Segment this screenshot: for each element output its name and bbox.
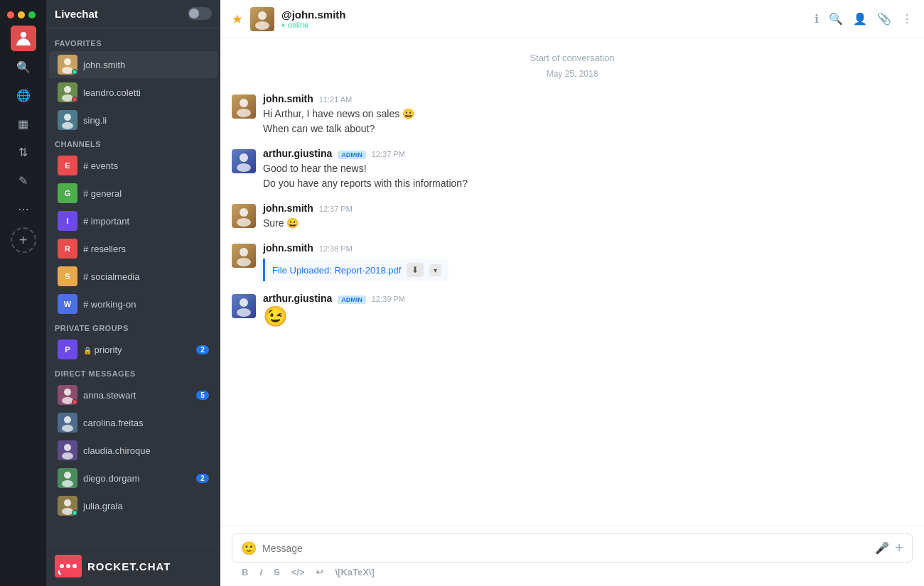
download-button[interactable]: ⬇: [407, 263, 424, 277]
sidebar-item-john-smith[interactable]: john.smith: [49, 51, 217, 78]
edit-icon[interactable]: ✎: [11, 168, 36, 193]
sidebar-item-working-on[interactable]: W # working-on: [49, 291, 217, 318]
header-user-info: @john.smith online: [281, 9, 807, 29]
sidebar-item-general[interactable]: G # general: [49, 180, 217, 207]
msg-time-4: 12:38 PM: [319, 244, 353, 253]
format-link-button[interactable]: ↩: [316, 567, 323, 577]
item-label-john-smith: john.smith: [83, 60, 209, 70]
file-dropdown-button[interactable]: ▾: [429, 264, 441, 276]
more-options-icon[interactable]: ⋯: [11, 196, 36, 222]
status-online-julia: [72, 510, 77, 516]
svg-point-39: [237, 258, 251, 266]
chat-messages: Start of conversation May 25, 2018 john.…: [220, 38, 924, 526]
msg-author-4: john.smith: [263, 242, 313, 254]
sidebar-item-claudia-chiroque[interactable]: claudia.chiroque: [49, 437, 217, 464]
favorites-label: Favorites: [46, 33, 220, 50]
info-icon[interactable]: ℹ: [815, 12, 819, 26]
avatar-working-on: W: [58, 294, 77, 314]
item-label-important: # important: [83, 216, 209, 227]
header-actions: ℹ 🔍 👤 📎 ⋮: [815, 12, 913, 26]
minimize-dot[interactable]: [18, 11, 25, 18]
msg-text-1: Hi Arthur, I have news on sales 😀: [263, 107, 913, 121]
avatar-carolina-freitas: [58, 413, 77, 433]
workspace-avatar[interactable]: [11, 26, 36, 51]
format-italic-button[interactable]: i: [259, 567, 262, 577]
sort-icon[interactable]: ⇅: [11, 139, 36, 165]
channels-label: Channels: [46, 134, 220, 151]
sidebar-footer: ROCKET.CHAT: [46, 546, 220, 586]
format-katex-button[interactable]: \[KaTeX\]: [335, 567, 374, 577]
sidebar-item-events[interactable]: E # events: [49, 152, 217, 179]
emoji-wink: 😉: [263, 307, 913, 327]
file-upload-box: File Uploaded: Report-2018.pdf ⬇ ▾: [263, 259, 448, 281]
sidebar-item-julia-grala[interactable]: julia.grala: [49, 492, 217, 519]
item-label-claudia-chiroque: claudia.chiroque: [83, 445, 209, 456]
globe-icon[interactable]: 🌐: [11, 82, 36, 108]
svg-point-22: [62, 480, 73, 487]
format-strikethrough-button[interactable]: S: [274, 567, 280, 577]
message-input-box: 🙂 🎤 +: [232, 533, 913, 563]
msg-author-3: john.smith: [263, 202, 313, 214]
msg-text-2b: Do you have any reports with this inform…: [263, 176, 913, 191]
search-icon[interactable]: 🔍: [11, 54, 36, 80]
header-avatar: [250, 7, 274, 31]
svg-point-21: [64, 472, 71, 479]
msg-content-4: john.smith 12:38 PM File Uploaded: Repor…: [263, 242, 913, 281]
file-link[interactable]: File Uploaded: Report-2018.pdf: [272, 265, 401, 276]
lock-icon: 🔒: [83, 347, 92, 354]
add-workspace-button[interactable]: +: [11, 227, 36, 253]
item-label-events: # events: [83, 161, 209, 171]
add-attachment-button[interactable]: +: [895, 540, 903, 556]
attach-icon[interactable]: 📎: [877, 12, 891, 26]
msg-header-5: arthur.giustina Admin 12:39 PM: [263, 293, 913, 304]
avatar-claudia-chiroque: [58, 440, 77, 460]
status-busy-anna: [72, 399, 77, 405]
sidebar-item-resellers[interactable]: R # resellers: [49, 235, 217, 262]
chat-main: ★ @john.smith online ℹ 🔍 👤 📎 ⋮ Start of …: [220, 0, 924, 586]
message-group-5: arthur.giustina Admin 12:39 PM 😉: [232, 293, 913, 327]
format-bold-button[interactable]: B: [242, 567, 248, 577]
svg-point-28: [66, 564, 70, 568]
livechat-toggle[interactable]: [188, 7, 212, 20]
search-chat-icon[interactable]: 🔍: [829, 12, 843, 26]
item-label-carolina-freitas: carolina.freitas: [83, 418, 209, 428]
close-dot[interactable]: [7, 11, 14, 18]
sidebar-item-sing-li[interactable]: sing.li: [49, 107, 217, 134]
svg-point-18: [64, 444, 71, 451]
mic-button[interactable]: 🎤: [875, 541, 889, 555]
conversation-start: Start of conversation: [232, 53, 913, 63]
sidebar-item-priority[interactable]: P 🔒 priority 2: [49, 336, 217, 363]
avatar-events: E: [58, 156, 77, 175]
svg-point-33: [237, 109, 251, 117]
header-avatar-inner: [250, 7, 274, 31]
svg-point-12: [64, 389, 71, 396]
avatar-resellers: R: [58, 239, 77, 259]
msg-text-1b: When can we talk about?: [263, 121, 913, 136]
svg-point-9: [64, 114, 71, 121]
message-input[interactable]: [262, 543, 869, 554]
maximize-dot[interactable]: [28, 11, 36, 18]
item-label-leandro-coletti: leandro.coletti: [83, 87, 209, 98]
avatar-priority: P: [58, 340, 77, 359]
chat-more-icon[interactable]: ⋮: [901, 12, 913, 26]
sidebar-item-leandro-coletti[interactable]: leandro.coletti: [49, 79, 217, 106]
layout-icon[interactable]: ▦: [11, 111, 36, 136]
priority-badge: 2: [196, 345, 209, 354]
svg-point-27: [60, 564, 64, 568]
sidebar-item-socialmedia[interactable]: S # socialmedia: [49, 263, 217, 290]
msg-avatar-js-1: [232, 94, 256, 119]
msg-content-2: arthur.giustina Admin 12:37 PM Good to h…: [263, 148, 913, 191]
emoji-picker-button[interactable]: 🙂: [241, 541, 257, 556]
msg-header-3: john.smith 12:37 PM: [263, 202, 913, 214]
svg-point-36: [240, 208, 248, 217]
sidebar-item-carolina-freitas[interactable]: carolina.freitas: [49, 409, 217, 436]
anna-stewart-badge: 5: [196, 391, 209, 400]
members-icon[interactable]: 👤: [853, 12, 867, 26]
sidebar-item-diego-dorgam[interactable]: diego.dorgam 2: [49, 465, 217, 492]
star-button[interactable]: ★: [232, 11, 243, 27]
svg-point-31: [255, 21, 269, 30]
format-code-button[interactable]: </>: [291, 567, 305, 577]
sidebar-item-important[interactable]: I # important: [49, 207, 217, 234]
sidebar-item-anna-stewart[interactable]: anna.stewart 5: [49, 381, 217, 408]
sidebar-body: Favorites john.smith leandro.coletti sin…: [46, 28, 220, 546]
